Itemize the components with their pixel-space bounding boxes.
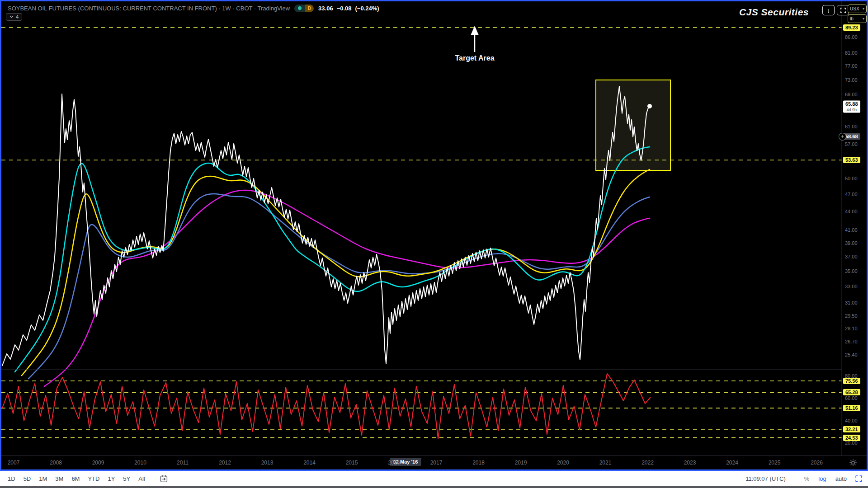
price-tick-label: 29.50 xyxy=(842,313,867,319)
price-change-value: −0.08 xyxy=(337,5,352,12)
download-arrow-icon: ↓ xyxy=(827,7,830,14)
year-tick-label: 2009 xyxy=(92,460,104,466)
toolbar-divider xyxy=(795,474,795,483)
price-tick-label: 28.10 xyxy=(842,326,867,331)
year-tick-label: 2019 xyxy=(515,460,527,466)
indicators-count: 4 xyxy=(16,14,19,19)
year-tick-label: 2023 xyxy=(684,460,696,466)
price-series xyxy=(2,86,650,366)
range-button-3m[interactable]: 3M xyxy=(51,474,67,483)
price-tick-label: 57.00 xyxy=(842,141,867,147)
maximize-icon[interactable] xyxy=(855,475,863,483)
measure-unit-dropdown[interactable]: lb ▾ xyxy=(848,14,867,23)
year-tick-label: 2013 xyxy=(261,460,274,466)
year-tick-label: 2015 xyxy=(346,460,358,466)
status-dot-wrap xyxy=(294,5,305,12)
range-button-5y[interactable]: 5Y xyxy=(119,474,134,483)
auto-scale-button[interactable]: auto xyxy=(832,474,850,483)
ma-slowest-series xyxy=(44,190,650,386)
price-tick-label: 47.00 xyxy=(842,192,867,197)
rsi-level-label: 51.16 xyxy=(843,405,860,411)
price-tick-label: 37.00 xyxy=(842,254,867,259)
range-button-1d[interactable]: 1D xyxy=(4,474,19,483)
last-price-value: 33.06 xyxy=(318,5,333,12)
clock-utc[interactable]: 11:09:07 (UTC) xyxy=(745,475,786,482)
log-scale-button[interactable]: log xyxy=(815,474,830,483)
brand-watermark: CJS Securities xyxy=(739,7,809,18)
time-axis-settings-button[interactable] xyxy=(849,458,858,467)
price-tick-label: 50.00 xyxy=(842,176,867,181)
chart-canvas[interactable]: SOYBEAN OIL FUTURES (CONTINUOUS: CURRENT… xyxy=(1,1,867,469)
chevron-down-icon xyxy=(9,15,14,18)
year-tick-label: 2014 xyxy=(303,460,316,466)
go-to-date-button[interactable] xyxy=(160,474,168,483)
target-area-annotation[interactable]: Target Area xyxy=(455,54,494,62)
rsi-tick-label: 60.00 xyxy=(842,395,867,401)
price-tick-label: 26.70 xyxy=(842,339,867,344)
percent-scale-button[interactable]: % xyxy=(801,474,813,483)
date-range-switcher: 1D5D1M3M6MYTD1Y5YAll xyxy=(4,474,149,483)
symbol-title[interactable]: SOYBEAN OIL FUTURES (CONTINUOUS: CURRENT… xyxy=(8,5,290,12)
year-tick-label: 2007 xyxy=(8,460,20,466)
rsi-level-label: 24.53 xyxy=(843,435,860,441)
year-tick-label: 2020 xyxy=(557,460,569,466)
year-tick-label: 2018 xyxy=(472,460,485,466)
range-button-all[interactable]: All xyxy=(134,474,149,483)
publish-status-pill[interactable]: D xyxy=(294,5,314,12)
rsi-level-label: 75.56 xyxy=(843,378,860,384)
price-tick-label: 77.00 xyxy=(842,63,867,69)
year-tick-label: 2016 xyxy=(388,460,400,466)
year-tick-label: 2025 xyxy=(769,460,781,466)
year-tick-label: 2011 xyxy=(177,460,189,466)
status-dot-icon xyxy=(298,6,302,10)
price-tick-label: 35.00 xyxy=(842,268,867,274)
fullscreen-button[interactable] xyxy=(837,5,849,15)
price-tick-label: 73.00 xyxy=(842,77,867,83)
bottom-edge-strip xyxy=(0,486,868,488)
ma-slow-series xyxy=(28,194,650,379)
range-button-1y[interactable]: 1Y xyxy=(104,474,119,483)
price-axis[interactable]: 86.0081.0077.0073.0069.0061.0057.0050.00… xyxy=(842,1,867,455)
chevron-down-icon: ▾ xyxy=(863,17,864,21)
year-tick-label: 2022 xyxy=(642,460,654,466)
price-tick-label: 69.00 xyxy=(842,92,867,97)
price-tick-label: 33.00 xyxy=(842,284,867,289)
price-readout: 33.06 −0.08 (−0.24%) xyxy=(318,5,379,12)
price-tick-label: 39.00 xyxy=(842,240,867,246)
target-arrow-head xyxy=(471,26,479,35)
price-end-dot xyxy=(647,104,652,108)
price-change-percent: (−0.24%) xyxy=(355,5,379,12)
gear-icon xyxy=(849,458,858,467)
currency-unit-dropdown[interactable]: USX ▾ xyxy=(848,5,867,13)
price-tick-label: 31.00 xyxy=(842,300,867,305)
range-button-1m[interactable]: 1M xyxy=(35,474,51,483)
measure-unit-label: lb xyxy=(850,16,854,21)
rsi-level-label: 65.28 xyxy=(843,389,860,395)
range-button-6m[interactable]: 6M xyxy=(67,474,84,483)
chart-frame: SOYBEAN OIL FUTURES (CONTINUOUS: CURRENT… xyxy=(0,0,868,471)
time-axis[interactable]: 02 May '16 20072008200920102011201220132… xyxy=(1,455,867,469)
rsi-tick-label: 40.00 xyxy=(842,418,867,423)
year-tick-label: 2017 xyxy=(430,460,443,466)
price-tick-label: 61.00 xyxy=(842,124,867,129)
ma-mid-series xyxy=(22,169,650,375)
bottom-toolbar: 1D5D1M3M6MYTD1Y5YAll 11:09:07 (UTC) % lo… xyxy=(0,471,868,486)
year-tick-label: 2024 xyxy=(726,460,738,466)
price-tick-label: 25.40 xyxy=(842,352,867,357)
range-button-ytd[interactable]: YTD xyxy=(84,474,104,483)
chart-plot-svg xyxy=(1,1,867,469)
calendar-goto-icon xyxy=(160,474,168,483)
year-tick-label: 2026 xyxy=(811,460,823,466)
range-button-5d[interactable]: 5D xyxy=(19,474,35,483)
chart-legend-bar: SOYBEAN OIL FUTURES (CONTINUOUS: CURRENT… xyxy=(8,4,379,13)
chevron-down-icon: ▾ xyxy=(863,7,864,11)
app-window: SOYBEAN OIL FUTURES (CONTINUOUS: CURRENT… xyxy=(0,0,868,488)
download-button[interactable]: ↓ xyxy=(822,5,835,15)
plus-icon: + xyxy=(841,133,844,140)
indicators-collapse-button[interactable]: 4 xyxy=(6,13,22,21)
price-tick-label: 44.00 xyxy=(842,209,867,214)
price-tick-label: 41.00 xyxy=(842,227,867,233)
daily-interval-badge: D xyxy=(305,5,314,12)
price-tick-label: 86.00 xyxy=(842,34,867,40)
rsi-level-label: 32.21 xyxy=(843,426,860,432)
